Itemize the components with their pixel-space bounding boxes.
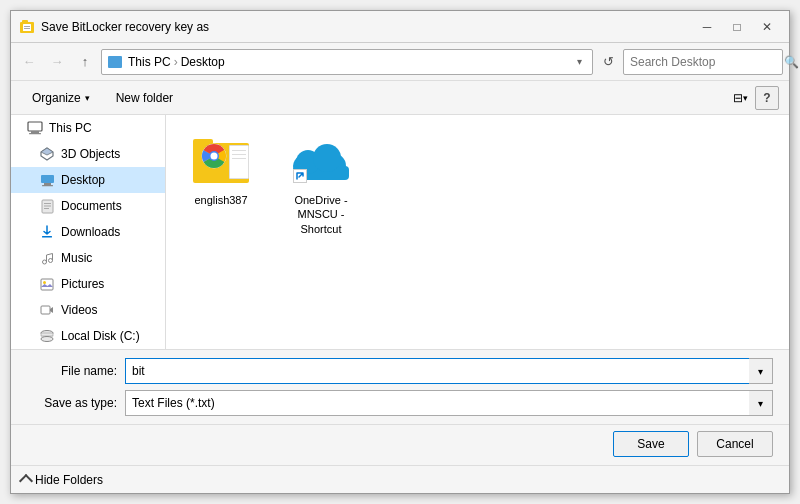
- forward-button[interactable]: →: [45, 50, 69, 74]
- action-row: Save Cancel: [11, 424, 789, 465]
- file-item-english387[interactable]: english387: [176, 125, 266, 240]
- svg-rect-11: [44, 183, 51, 185]
- svg-rect-7: [29, 133, 41, 134]
- title-bar: Save BitLocker recovery key as ─ □ ✕: [11, 11, 789, 43]
- view-icon: ⊟: [733, 91, 743, 105]
- main-content: This PC 3D Objects: [11, 115, 789, 349]
- path-desktop: Desktop: [181, 55, 225, 69]
- sidebar-item-pictures[interactable]: Pictures: [11, 271, 165, 297]
- filename-dropdown-button[interactable]: ▾: [749, 358, 773, 384]
- svg-point-21: [43, 281, 46, 284]
- svg-rect-5: [28, 122, 42, 131]
- close-button[interactable]: ✕: [753, 15, 781, 39]
- svg-point-26: [41, 337, 53, 342]
- svg-rect-4: [24, 28, 30, 29]
- music-icon: [39, 250, 55, 266]
- hide-folders-toggle[interactable]: Hide Folders: [21, 473, 103, 487]
- bottom-form: File name: ▾ Save as type: Text Files (*…: [11, 349, 789, 424]
- filetype-value: Text Files (*.txt): [125, 390, 750, 416]
- hide-folders-label: Hide Folders: [35, 473, 103, 487]
- sidebar-scroll[interactable]: This PC 3D Objects: [11, 115, 165, 349]
- address-bar[interactable]: This PC › Desktop ▾: [101, 49, 593, 75]
- address-dropdown-button[interactable]: ▾: [572, 55, 586, 69]
- sidebar-item-local-c[interactable]: Local Disk (C:): [11, 323, 165, 349]
- filetype-label: Save as type:: [27, 396, 117, 410]
- svg-rect-6: [31, 131, 39, 133]
- address-folder-icon: [108, 56, 122, 68]
- svg-point-19: [48, 259, 52, 263]
- sidebar-item-3d-objects[interactable]: 3D Objects: [11, 141, 165, 167]
- svg-rect-17: [42, 236, 52, 238]
- help-button[interactable]: ?: [755, 86, 779, 110]
- svg-rect-15: [44, 205, 51, 206]
- 3d-icon: [39, 146, 55, 162]
- sidebar-label-music: Music: [61, 251, 92, 265]
- refresh-button[interactable]: ↺: [597, 51, 619, 73]
- svg-marker-9: [41, 148, 53, 155]
- sidebar-item-this-pc[interactable]: This PC: [11, 115, 165, 141]
- sidebar-label-downloads: Downloads: [61, 225, 120, 239]
- sidebar-label-this-pc: This PC: [49, 121, 92, 135]
- dialog-title: Save BitLocker recovery key as: [41, 20, 687, 34]
- svg-point-18: [42, 260, 46, 264]
- svg-point-33: [211, 153, 218, 160]
- desktop-icon: [39, 172, 55, 188]
- sidebar-item-videos[interactable]: Videos: [11, 297, 165, 323]
- filename-input-wrap: ▾: [125, 358, 773, 384]
- file-icon-english387: [191, 129, 251, 189]
- sidebar-item-music[interactable]: Music: [11, 245, 165, 271]
- svg-rect-20: [41, 279, 53, 290]
- file-item-onedrive[interactable]: OneDrive - MNSCU - Shortcut: [276, 125, 366, 240]
- filename-label: File name:: [27, 364, 117, 378]
- maximize-button[interactable]: □: [723, 15, 751, 39]
- svg-rect-12: [42, 185, 53, 186]
- chevron-up-icon: [19, 474, 33, 488]
- sidebar-label-pictures: Pictures: [61, 277, 104, 291]
- sidebar-label-desktop: Desktop: [61, 173, 105, 187]
- search-icon: 🔍: [784, 55, 799, 69]
- new-folder-label: New folder: [116, 91, 173, 105]
- filetype-row: Save as type: Text Files (*.txt) ▾: [27, 390, 773, 416]
- view-dropdown-icon: ▾: [743, 93, 748, 103]
- view-buttons: ⊟ ▾ ?: [727, 86, 779, 110]
- sidebar-label-videos: Videos: [61, 303, 97, 317]
- organize-button[interactable]: Organize ▾: [21, 86, 101, 110]
- sidebar-item-desktop[interactable]: Desktop: [11, 167, 165, 193]
- downloads-icon: [39, 224, 55, 240]
- save-button[interactable]: Save: [613, 431, 689, 457]
- file-label-english387: english387: [194, 193, 247, 207]
- sidebar-label-3d: 3D Objects: [61, 147, 120, 161]
- title-bar-controls: ─ □ ✕: [693, 15, 781, 39]
- up-button[interactable]: ↑: [73, 50, 97, 74]
- save-dialog: Save BitLocker recovery key as ─ □ ✕ ← →…: [10, 10, 790, 494]
- svg-rect-14: [44, 203, 51, 204]
- back-button[interactable]: ←: [17, 50, 41, 74]
- file-area[interactable]: english387: [166, 115, 789, 349]
- pc-icon: [27, 120, 43, 136]
- sidebar-label-local-c: Local Disk (C:): [61, 329, 140, 343]
- dialog-icon: [19, 19, 35, 35]
- filename-input[interactable]: [125, 358, 750, 384]
- svg-point-39: [313, 144, 341, 172]
- svg-rect-16: [44, 208, 49, 209]
- address-toolbar: ← → ↑ This PC › Desktop ▾ ↺ 🔍: [11, 43, 789, 81]
- file-icon-onedrive: [291, 129, 351, 189]
- local-disk-c-icon: [39, 328, 55, 344]
- cancel-button[interactable]: Cancel: [697, 431, 773, 457]
- path-thispc: This PC: [128, 55, 171, 69]
- organize-dropdown-icon: ▾: [85, 93, 90, 103]
- new-folder-button[interactable]: New folder: [105, 86, 184, 110]
- minimize-button[interactable]: ─: [693, 15, 721, 39]
- organize-label: Organize: [32, 91, 81, 105]
- view-toggle-button[interactable]: ⊟ ▾: [727, 86, 753, 110]
- address-path: This PC › Desktop: [128, 55, 225, 69]
- search-box[interactable]: 🔍: [623, 49, 783, 75]
- sidebar-item-documents[interactable]: Documents: [11, 193, 165, 219]
- search-input[interactable]: [630, 55, 780, 69]
- svg-rect-3: [24, 26, 30, 27]
- sidebar: This PC 3D Objects: [11, 115, 166, 349]
- sidebar-item-downloads[interactable]: Downloads: [11, 219, 165, 245]
- filetype-dropdown-button[interactable]: ▾: [749, 390, 773, 416]
- videos-icon: [39, 302, 55, 318]
- file-label-onedrive: OneDrive - MNSCU - Shortcut: [281, 193, 361, 236]
